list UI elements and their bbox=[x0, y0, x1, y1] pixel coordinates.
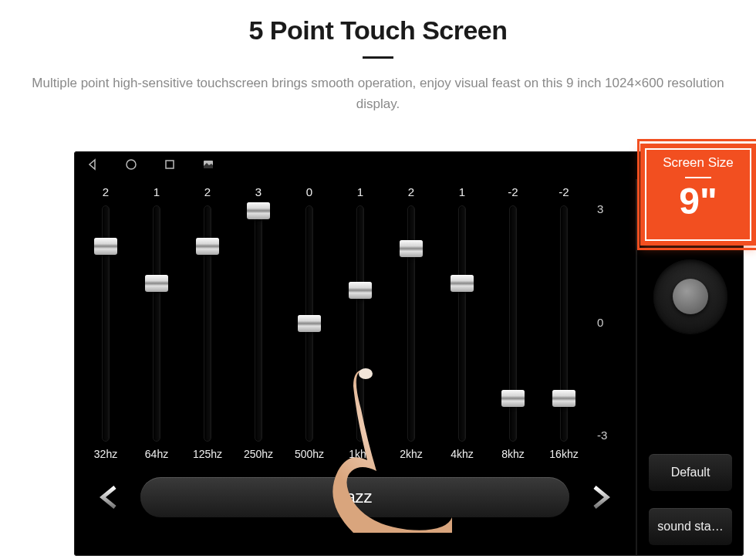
eq-band-freq: 16khz bbox=[549, 448, 578, 463]
eq-band-16khz: -216khz bbox=[543, 185, 585, 463]
eq-scale-min: -3 bbox=[597, 429, 619, 442]
eq-slider[interactable] bbox=[560, 205, 568, 442]
badge-divider bbox=[685, 177, 711, 178]
equalizer-panel: 232hz164hz2125hz3250hz0500hz11khz22khz14… bbox=[74, 179, 636, 556]
svg-rect-1 bbox=[166, 161, 174, 168]
preset-selector[interactable]: Jazz bbox=[140, 477, 569, 517]
eq-band-freq: 64hz bbox=[145, 448, 168, 463]
eq-slider-thumb[interactable] bbox=[501, 390, 525, 407]
eq-slider-thumb[interactable] bbox=[349, 282, 372, 299]
eq-slider-thumb[interactable] bbox=[247, 202, 270, 219]
eq-band-8khz: -28khz bbox=[492, 185, 534, 463]
round-inner-icon bbox=[673, 279, 708, 314]
eq-band-freq: 8khz bbox=[501, 448, 525, 463]
home-icon[interactable] bbox=[125, 158, 137, 173]
eq-scale: 30-3 bbox=[594, 185, 619, 463]
eq-band-value: 2 bbox=[103, 185, 109, 202]
eq-band-4khz: 14khz bbox=[441, 185, 483, 463]
preset-label: Jazz bbox=[337, 487, 372, 507]
recent-icon[interactable] bbox=[164, 158, 176, 173]
eq-band-value: 0 bbox=[306, 185, 312, 202]
preset-prev-button[interactable] bbox=[93, 480, 127, 514]
eq-band-value: -2 bbox=[508, 185, 518, 202]
eq-band-1khz: 11khz bbox=[339, 185, 381, 463]
eq-band-value: 2 bbox=[408, 185, 414, 202]
eq-slider-thumb[interactable] bbox=[400, 240, 423, 257]
eq-band-250hz: 3250hz bbox=[238, 185, 279, 463]
eq-scale-mid: 0 bbox=[597, 316, 619, 329]
eq-band-32hz: 232hz bbox=[85, 185, 127, 463]
eq-slider-thumb[interactable] bbox=[145, 275, 168, 292]
eq-slider-thumb[interactable] bbox=[298, 315, 321, 332]
eq-band-value: 1 bbox=[154, 185, 160, 202]
eq-band-2khz: 22khz bbox=[390, 185, 432, 463]
eq-band-125hz: 2125hz bbox=[187, 185, 228, 463]
eq-band-value: 1 bbox=[357, 185, 363, 202]
eq-slider[interactable] bbox=[509, 205, 517, 442]
round-control-button[interactable] bbox=[653, 259, 727, 334]
eq-band-value: 1 bbox=[459, 185, 465, 202]
default-button-label: Default bbox=[671, 466, 710, 479]
eq-band-value: 3 bbox=[255, 185, 262, 202]
eq-band-freq: 250hz bbox=[244, 448, 273, 463]
eq-slider-thumb[interactable] bbox=[94, 238, 117, 255]
eq-band-value: -2 bbox=[559, 185, 569, 202]
eq-slider-thumb[interactable] bbox=[451, 275, 474, 292]
eq-slider-thumb[interactable] bbox=[552, 390, 575, 407]
gallery-icon[interactable] bbox=[202, 158, 214, 173]
eq-slider[interactable] bbox=[102, 205, 110, 442]
eq-slider[interactable] bbox=[204, 205, 211, 442]
eq-slider[interactable] bbox=[305, 205, 313, 442]
eq-band-freq: 4khz bbox=[451, 448, 474, 463]
eq-slider-thumb[interactable] bbox=[196, 238, 219, 255]
screen-size-badge: Screen Size 9" bbox=[640, 144, 756, 246]
eq-band-freq: 500hz bbox=[295, 448, 324, 463]
eq-slider[interactable] bbox=[255, 205, 262, 442]
eq-scale-max: 3 bbox=[597, 202, 619, 215]
sound-stage-label: sound sta… bbox=[657, 520, 723, 534]
badge-value: 9" bbox=[643, 181, 754, 222]
eq-band-64hz: 164hz bbox=[136, 185, 177, 463]
eq-slider[interactable] bbox=[407, 205, 415, 442]
eq-band-freq: 1khz bbox=[349, 448, 372, 463]
default-button[interactable]: Default bbox=[649, 454, 732, 491]
title-underline bbox=[363, 56, 393, 59]
eq-band-500hz: 0500hz bbox=[289, 185, 330, 463]
page-title: 5 Point Touch Screen bbox=[0, 15, 756, 46]
svg-point-0 bbox=[127, 160, 136, 169]
back-icon[interactable] bbox=[86, 158, 99, 173]
eq-slider[interactable] bbox=[356, 205, 364, 442]
eq-band-freq: 125hz bbox=[193, 448, 222, 463]
preset-next-button[interactable] bbox=[583, 480, 617, 514]
eq-band-value: 2 bbox=[204, 185, 211, 202]
eq-band-freq: 32hz bbox=[94, 448, 117, 463]
badge-label: Screen Size bbox=[643, 155, 754, 171]
sound-stage-button[interactable]: sound sta… bbox=[649, 508, 732, 545]
eq-slider[interactable] bbox=[153, 205, 160, 442]
eq-slider[interactable] bbox=[458, 205, 466, 442]
eq-band-freq: 2khz bbox=[400, 448, 423, 463]
page-subtitle: Multiple point high-sensitive touchscree… bbox=[31, 73, 725, 114]
